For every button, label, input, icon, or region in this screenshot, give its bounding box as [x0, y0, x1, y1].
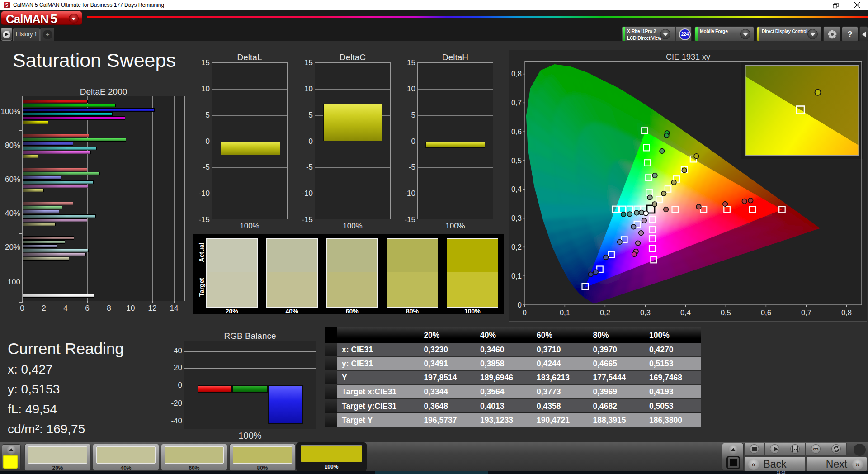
svg-text:0: 0 — [518, 301, 522, 309]
svg-text:0,2: 0,2 — [600, 308, 610, 317]
svg-text:0,3: 0,3 — [640, 308, 651, 317]
svg-text:0,1: 0,1 — [511, 272, 522, 280]
svg-text:0,8: 0,8 — [511, 70, 522, 78]
svg-text:0,5: 0,5 — [511, 156, 522, 165]
svg-text:0,7: 0,7 — [511, 99, 522, 107]
svg-text:0,6: 0,6 — [511, 128, 522, 136]
svg-text:0,2: 0,2 — [511, 243, 522, 251]
svg-text:0,5: 0,5 — [721, 308, 731, 317]
svg-text:0,1: 0,1 — [560, 308, 570, 317]
svg-text:0,8: 0,8 — [841, 308, 852, 317]
svg-text:0,3: 0,3 — [511, 214, 522, 222]
svg-text:0,6: 0,6 — [761, 308, 771, 317]
svg-text:0,4: 0,4 — [680, 308, 691, 317]
svg-text:0: 0 — [523, 308, 527, 317]
svg-text:0,4: 0,4 — [511, 185, 522, 193]
svg-text:0,7: 0,7 — [801, 308, 811, 317]
